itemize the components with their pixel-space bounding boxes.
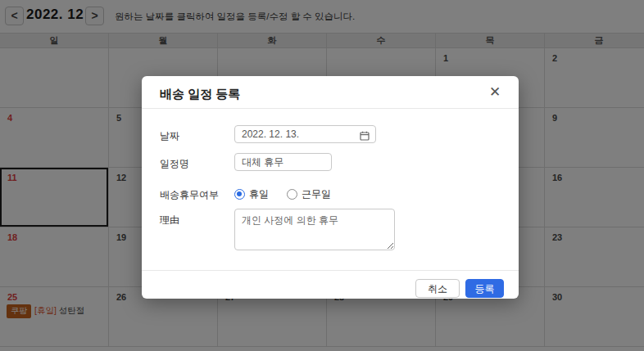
radio-workday-label: 근무일 [302,187,331,201]
submit-button[interactable]: 등록 [465,279,504,298]
reason-field-label: 理由 [160,214,179,227]
radio-circle-icon[interactable] [287,189,297,200]
date-field-label: 날짜 [160,129,179,143]
reason-textarea[interactable] [234,209,395,250]
schedule-name-input[interactable]: 대체 휴무 [234,153,332,171]
delivery-schedule-modal: 배송 일정 등록 ✕ 날짜 2022. 12. 13. 일정명 대체 휴무 배송… [142,76,519,299]
radio-holiday[interactable]: 휴일 [234,187,269,201]
cancel-button[interactable]: 취소 [415,279,460,298]
schedule-name-value: 대체 휴무 [242,156,283,168]
date-input[interactable]: 2022. 12. 13. [234,125,376,143]
radio-workday[interactable]: 근무일 [287,187,331,201]
radio-circle-icon[interactable] [234,189,245,200]
modal-title: 배송 일정 등록 [160,87,240,102]
name-field-label: 일정명 [160,157,189,171]
modal-footer-divider [142,270,519,271]
holiday-radio-group: 휴일 근무일 [234,187,349,201]
radio-holiday-label: 휴일 [249,187,269,201]
date-input-value: 2022. 12. 13. [242,128,299,140]
page: < 2022. 12 > 원하는 날짜를 클릭하여 일정을 등록/수정 할 수 … [0,0,644,351]
calendar-picker-icon[interactable] [360,129,370,146]
modal-header-divider [142,108,519,109]
holiday-field-label: 배송휴무여부 [160,188,219,202]
close-icon[interactable]: ✕ [486,83,504,101]
